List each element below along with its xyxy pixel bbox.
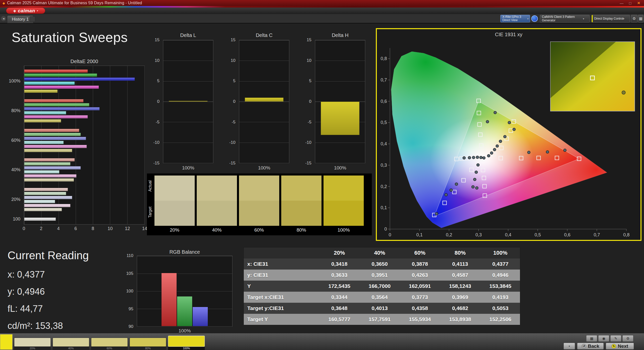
saturation-swatch-button[interactable]: 80% <box>130 338 166 350</box>
delta-gridline <box>239 81 289 81</box>
swatch-label: 60% <box>239 226 279 234</box>
delta-gridline <box>239 40 289 40</box>
deltae-ylabels: 100%80%60%40%20%100 <box>9 66 22 225</box>
cie-measured-marker <box>493 148 496 151</box>
delta-ytick: -15 <box>305 161 311 166</box>
delta-gridline <box>315 81 365 81</box>
deltae-xtick: 14 <box>142 226 147 231</box>
deltae-xlabels: 02468101214 <box>24 226 145 232</box>
svg-text:0,2: 0,2 <box>446 232 452 237</box>
notes-button[interactable]: ✎ <box>610 335 621 342</box>
deltae-bar <box>24 77 135 81</box>
table-cell: 0,4377 <box>480 261 520 267</box>
svg-text:0,6: 0,6 <box>381 99 387 104</box>
cie-measured-marker <box>472 156 475 159</box>
delta_h-bar <box>321 102 359 135</box>
delta-ytick: -5 <box>156 120 159 125</box>
cie-measured-marker <box>490 152 493 154</box>
deltae-bar <box>24 129 79 132</box>
minimize-button[interactable]: — <box>617 0 626 6</box>
deltae-bar <box>24 196 72 199</box>
deltae-bar <box>24 149 72 152</box>
window-title: Calman 2025 Calman Ultimate for Business… <box>7 1 142 5</box>
table-row-label: y: CIE31 <box>244 272 319 278</box>
delta-gridline <box>315 163 365 163</box>
settings-button[interactable]: ⚙ <box>631 15 637 22</box>
deltae-bar <box>24 141 64 144</box>
pattern-generator-button[interactable]: CalMAN Client 3 Pattern Generator ▾ <box>540 15 590 22</box>
delta-gridline <box>163 122 213 122</box>
back-button[interactable]: ↺ Back <box>577 343 604 349</box>
next-button[interactable]: ↻ Next <box>606 343 634 349</box>
rgb-plot <box>137 256 232 327</box>
cie-measured-marker <box>528 151 530 154</box>
delta-gridline <box>239 163 289 163</box>
rgb-xlabel: 100% <box>137 328 232 334</box>
delta-gridline <box>239 102 289 102</box>
app-icon: ◆ <box>3 1 5 5</box>
reading-y: y: 0,4946 <box>8 286 89 297</box>
main-area: Saturation Sweeps DeltaE 2000 100%80%60%… <box>0 23 644 333</box>
deltae-ylabel: 80% <box>11 108 20 113</box>
deltae-bar <box>24 119 61 122</box>
deltae-group <box>24 158 144 182</box>
swatch-label: 80% <box>281 226 321 234</box>
stop-toggle-button[interactable]: ▪ <box>564 343 575 349</box>
deltae-bar <box>24 208 62 211</box>
actual-swatch <box>197 176 237 201</box>
close-button[interactable]: × <box>634 0 643 6</box>
deltae-bar <box>24 166 81 169</box>
saturation-swatch-button[interactable]: 40% <box>53 338 89 350</box>
delta-l-ylabels: 151050-5-10-15 <box>150 40 162 163</box>
deltae-xtick: 0 <box>23 226 25 231</box>
pattern-window-button[interactable]: ▦ <box>586 335 597 342</box>
chevron-down-icon: ▾ <box>581 17 588 20</box>
capture-button[interactable]: ◉ <box>598 335 609 342</box>
current-reading: Current Reading x: 0,4377 y: 0,4946 fL: … <box>8 249 89 338</box>
new-tab-button[interactable] <box>30 16 35 22</box>
chevron-down-icon: ▾ <box>527 17 529 20</box>
deltae-bar <box>24 133 81 136</box>
deltae-bar <box>24 115 88 118</box>
delta-l-title: Delta L <box>163 32 213 38</box>
workspace-button[interactable]: ▦ <box>638 15 643 22</box>
deltae-xtick: 12 <box>125 226 130 231</box>
deltae-bar <box>24 103 89 106</box>
delta-ytick: 10 <box>307 58 311 63</box>
delta-gridline <box>239 143 289 143</box>
swatch-column: 60% <box>239 176 279 234</box>
reading-x: x: 0,4377 <box>8 269 89 280</box>
deltae-bar <box>24 200 55 203</box>
bottom-bar: 20%40%60%80%100% ▦ ◉ ✎ ⚙ ▪ ↺ Back ↻ Next <box>0 333 644 350</box>
table-row: Target Y160,5777157,7591155,5934153,8938… <box>244 314 520 325</box>
data-table: 20%40%60%80%100%x: CIE310,34180,36500,38… <box>244 247 520 325</box>
cie-measured-marker <box>477 164 479 166</box>
svg-text:0: 0 <box>389 232 391 237</box>
table-cell: 158,1243 <box>440 283 480 289</box>
stop-icon: ▪ <box>569 344 570 348</box>
cie-measured-marker <box>546 151 549 153</box>
chevron-down-icon: ▾ <box>622 17 628 20</box>
saturation-swatch-button[interactable]: 100% <box>168 336 205 350</box>
page-settings-button[interactable]: ⚙ <box>622 335 633 342</box>
delta-gridline <box>239 61 289 61</box>
saturation-swatch-button[interactable]: 20% <box>14 338 51 350</box>
delta-h-plot <box>315 40 365 163</box>
deltae-bar <box>24 217 56 221</box>
actual-swatch <box>239 176 279 201</box>
cie-chart-title: CIE 1931 xy <box>377 32 640 37</box>
cie-measured-marker <box>450 189 453 191</box>
meter-device-button[interactable]: X-Rite i1Pro 3 Direct View ▾ <box>500 15 530 22</box>
tab-scroll-left-button[interactable]: ◀ <box>1 16 6 21</box>
rgb-ytick: 105 <box>126 271 133 276</box>
deltae-group <box>24 129 144 152</box>
table-cell: 0,3969 <box>440 294 480 300</box>
table-cell: 0,4358 <box>400 305 440 311</box>
maximize-button[interactable]: □ <box>626 0 634 6</box>
display-control-button[interactable]: Direct Display Control ▾ <box>592 15 630 22</box>
saturation-swatch-button[interactable]: 60% <box>91 338 128 350</box>
calman-menu-button[interactable]: ◈ calman ▾ <box>6 8 45 14</box>
swatch-label: 40% <box>197 226 237 234</box>
table-cell: 0,3773 <box>400 294 440 300</box>
delta-ytick: 0 <box>233 99 235 104</box>
